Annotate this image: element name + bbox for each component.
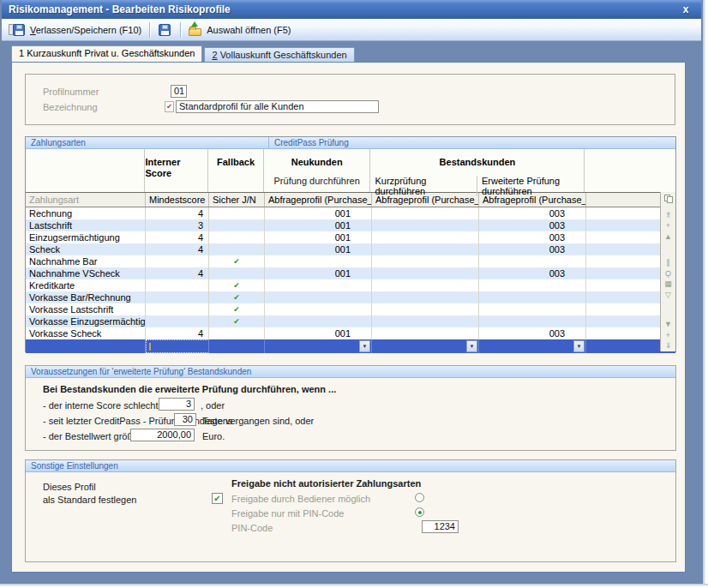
cell-erweitert[interactable]: 003 [479,207,586,219]
table-row[interactable]: Rechnung4001003 [26,207,675,219]
cell-extra[interactable] [586,327,662,339]
cell-kurzpruefung[interactable] [372,243,479,255]
cell-extra[interactable] [586,339,662,353]
colhdr-mindestscore[interactable]: Mindestscore [146,193,209,207]
cell-erweitert[interactable] [479,315,586,327]
cell-sicher[interactable]: ✔ [209,279,265,291]
nav-append-icon[interactable]: + [661,330,675,341]
cell-zahlungsart[interactable]: Einzugsermächtigung [26,231,146,243]
standard-checkbox[interactable]: ✔ [212,493,223,504]
cell-extra[interactable] [586,291,662,303]
cell-extra[interactable] [586,243,662,255]
cell-neukunden[interactable] [265,315,372,327]
cell-extra[interactable] [586,267,662,279]
dropdown-button[interactable]: ▼ [466,340,477,352]
table-row[interactable]: Vorkasse Bar/Rechnung✔ [26,291,675,303]
cell-erweitert[interactable] [479,279,586,291]
table-row[interactable]: Kreditkarte✔ [26,279,675,291]
cell-zahlungsart[interactable]: Scheck [26,243,146,255]
cell-zahlungsart[interactable]: Kreditkarte [26,279,146,291]
save-exit-button[interactable]: Verlassen/Speichern (F10) [6,21,147,39]
nav-view-icon[interactable]: ▦ [661,279,675,290]
cell-mindestscore[interactable]: 4 [146,207,209,219]
cell-zahlungsart[interactable] [26,339,146,353]
cell-erweitert[interactable] [479,303,586,315]
cell-sicher[interactable] [209,339,265,353]
cell-mindestscore[interactable]: 4 [146,243,209,255]
cell-kurzpruefung[interactable] [372,315,479,327]
cell-extra[interactable] [586,219,662,231]
cell-erweitert[interactable] [479,255,586,267]
cell-erweitert[interactable]: 003 [479,219,586,231]
cell-zahlungsart[interactable]: Vorkasse Bar/Rechnung [26,291,146,303]
cell-mindestscore[interactable]: 3 [146,219,209,231]
cell-extra[interactable] [586,315,662,327]
cell-kurzpruefung[interactable] [372,231,479,243]
rule2-days-field[interactable]: 30 [174,413,196,426]
cell-zahlungsart[interactable]: Vorkasse Scheck [26,327,146,339]
save-button[interactable] [153,21,177,39]
cell-kurzpruefung[interactable] [372,207,479,219]
cell-erweitert[interactable]: 003 [479,327,586,339]
colhdr-sicher[interactable]: Sicher J/N [209,193,265,207]
cell-mindestscore[interactable] [146,279,209,291]
cell-extra[interactable] [586,207,662,219]
colhdr-abfrageprofil-erw[interactable]: Abfrageprofil (Purchase_Type) [479,193,586,207]
profilnummer-field[interactable]: 01 [171,85,187,98]
cell-zahlungsart[interactable]: Vorkasse Lastschrift [26,303,146,315]
cell-sicher[interactable] [209,243,265,255]
table-row[interactable]: Nachnahme Bar✔ [26,255,675,267]
close-icon[interactable]: x [679,0,693,19]
cell-kurzpruefung[interactable] [372,255,479,267]
nav-prior-page-icon[interactable]: + [661,220,675,231]
nav-resize-icon[interactable]: ∥ [661,257,675,268]
titlebar[interactable]: Risikomanagement - Bearbeiten Risikoprof… [2,0,701,19]
nav-prior-icon[interactable]: ▲ [661,231,675,243]
cell-neukunden[interactable]: 001 [265,231,372,243]
cell-zahlungsart[interactable]: Vorkasse Einzugsermächtigung [26,315,146,327]
cell-kurzpruefung[interactable] [372,267,479,279]
cell-extra[interactable] [586,231,662,243]
colhdr-abfrageprofil-neu[interactable]: Abfrageprofil (Purchase_Type) [265,193,372,207]
cell-zahlungsart[interactable]: Nachnahme VScheck [26,267,146,279]
cell-neukunden[interactable] [265,279,372,291]
dropdown-button[interactable]: ▼ [359,340,370,352]
pin-code-field[interactable]: 1234 [422,520,459,533]
cell-extra[interactable] [586,303,662,315]
rule1-score-field[interactable]: 3 [159,398,195,411]
freigabe-pin-radio[interactable] [415,507,424,517]
grid-customize-icon[interactable] [664,195,673,203]
cell-sicher[interactable] [209,219,265,231]
cell-neukunden[interactable] [265,303,372,315]
cell-kurzpruefung[interactable] [372,219,479,231]
cell-sicher[interactable] [209,207,265,219]
cell-kurzpruefung[interactable] [372,291,479,303]
cell-mindestscore[interactable] [146,315,209,327]
nav-first-icon[interactable]: ⇑ [661,210,675,221]
cell-erweitert[interactable]: 003 [479,267,586,279]
cell-neukunden[interactable]: 001 [265,219,372,231]
cell-erweitert[interactable]: 003 [479,243,586,255]
cell-neukunden[interactable]: ▼ [265,339,372,353]
cell-zahlungsart[interactable]: Lastschrift [26,219,146,231]
cell-mindestscore[interactable] [146,291,209,303]
cell-neukunden[interactable] [265,291,372,303]
cell-sicher[interactable]: ✔ [209,291,265,303]
freigabe-bediener-radio[interactable] [415,493,424,502]
cell-zahlungsart[interactable]: Rechnung [26,207,146,219]
cell-sicher[interactable]: ✔ [209,303,265,315]
cell-sicher[interactable] [209,327,265,339]
cell-erweitert[interactable] [479,291,586,303]
cell-neukunden[interactable]: 001 [265,243,372,255]
cell-zahlungsart[interactable]: Nachnahme Bar [26,255,146,267]
table-row[interactable]: Nachnahme VScheck4001003 [26,267,675,279]
table-row[interactable]: Vorkasse Scheck4001003 [26,327,675,339]
cell-sicher[interactable]: ✔ [209,255,265,267]
nav-filter-icon[interactable]: ▽ [661,290,675,301]
cell-sicher[interactable]: ✔ [209,315,265,327]
cell-neukunden[interactable] [265,255,372,267]
cell-sicher[interactable] [209,231,265,243]
cell-mindestscore[interactable]: 4 [146,231,209,243]
cell-mindestscore[interactable]: 4 [146,267,209,279]
cell-extra[interactable] [586,255,662,267]
